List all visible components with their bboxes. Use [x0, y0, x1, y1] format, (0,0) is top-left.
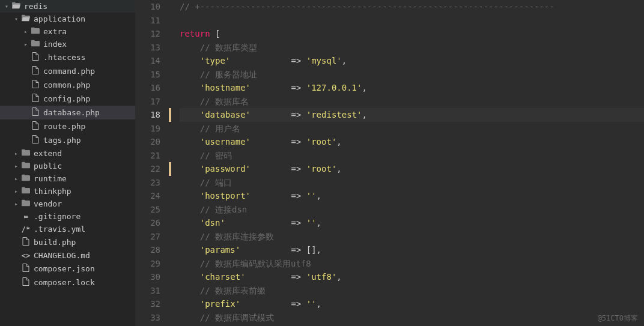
chevron-down-icon[interactable]: ▾	[12, 16, 20, 22]
code-line-31[interactable]: // 数据库表前缀	[180, 284, 644, 298]
file-composer-json[interactable]: composer.json	[0, 262, 135, 276]
code-line-27[interactable]: // 数据库连接参数	[180, 230, 644, 244]
code-line-22[interactable]: 'password' => 'root',	[180, 162, 644, 176]
folder-public[interactable]: ▸public	[0, 160, 135, 172]
file-build-php[interactable]: build.php	[0, 235, 135, 249]
code-line-16[interactable]: 'hostname' => '127.0.0.1',	[180, 81, 644, 95]
chevron-down-icon[interactable]: ▾	[2, 3, 11, 10]
watermark: @51CTO博客	[598, 313, 638, 324]
token-keyword: return	[180, 29, 210, 38]
file--htaccess[interactable]: .htaccess	[0, 50, 135, 64]
token-punct	[240, 299, 291, 309]
code-line-20[interactable]: 'username' => 'root',	[180, 135, 644, 149]
code-line-19[interactable]: // 用户名	[180, 122, 644, 136]
code-line-12[interactable]: return [	[180, 27, 644, 41]
token-punct	[225, 218, 291, 228]
chevron-right-icon[interactable]: ▸	[12, 188, 20, 195]
line-number: 14	[135, 54, 160, 68]
code-line-21[interactable]: // 密码	[180, 149, 644, 163]
line-number: 27	[135, 230, 160, 244]
code-line-11[interactable]	[180, 14, 644, 28]
file-icon	[30, 94, 41, 104]
folder-icon	[20, 199, 31, 208]
code-line-15[interactable]: // 服务器地址	[180, 68, 644, 82]
tree-item-label: CHANGELOG.md	[34, 251, 90, 260]
code-line-29[interactable]: // 数据库编码默认采用utf8	[180, 257, 644, 271]
folder-index[interactable]: ▸index	[0, 38, 135, 50]
chevron-right-icon[interactable]: ▸	[22, 41, 30, 47]
code-line-13[interactable]: // 数据库类型	[180, 41, 644, 55]
token-comment: // 连接dsn	[200, 205, 248, 214]
line-number: 13	[135, 41, 160, 55]
token-string: ''	[306, 218, 317, 228]
tree-item-label: extend	[34, 149, 62, 158]
token-punct	[180, 218, 200, 228]
chevron-right-icon[interactable]: ▸	[12, 163, 20, 169]
code-line-14[interactable]: 'type' => 'mysql',	[180, 54, 644, 68]
folder-extra[interactable]: ▸extra	[0, 25, 135, 38]
line-number: 32	[135, 297, 160, 311]
code-line-25[interactable]: // 连接dsn	[180, 203, 644, 217]
code-line-23[interactable]: // 端口	[180, 176, 644, 190]
file--travis-yml[interactable]: /*.travis.yml	[0, 223, 135, 235]
file-icon	[30, 52, 41, 62]
token-arrow-op: =>	[291, 272, 301, 282]
code-line-17[interactable]: // 数据库名	[180, 95, 644, 109]
file-explorer[interactable]: ▾redis▾application▸extra▸index.htaccessc…	[0, 0, 135, 326]
token-punct	[246, 272, 291, 282]
folder-extend[interactable]: ▸extend	[0, 147, 135, 160]
file-database-php[interactable]: database.php	[0, 106, 135, 119]
tree-item-label: .htaccess	[43, 53, 85, 62]
folder-open-icon	[11, 2, 22, 11]
token-punct	[180, 56, 200, 65]
code-line-28[interactable]: 'params' => [],	[180, 243, 644, 257]
token-arrow-op: =>	[291, 110, 301, 119]
token-comment: // 端口	[200, 178, 232, 187]
file-config-php[interactable]: config.php	[0, 92, 135, 106]
token-arrow-op: =>	[291, 299, 301, 309]
file-composer-lock[interactable]: composer.lock	[0, 276, 135, 289]
line-gutter: 1011121314151617181920212223242526272829…	[135, 0, 171, 326]
code-editor[interactable]: 1011121314151617181920212223242526272829…	[135, 0, 644, 326]
code-line-18[interactable]: 'database' => 'redistest',	[180, 108, 644, 122]
chevron-right-icon[interactable]: ▸	[12, 201, 20, 207]
token-punct	[180, 259, 200, 268]
file-route-php[interactable]: route.php	[0, 119, 135, 133]
code-line-24[interactable]: 'hostport' => '',	[180, 189, 644, 203]
folder-icon	[30, 27, 41, 36]
file-tags-php[interactable]: tags.php	[0, 133, 135, 147]
folder-application[interactable]: ▾application	[0, 13, 135, 25]
token-arrow-op: =>	[291, 56, 301, 65]
chevron-right-icon[interactable]: ▸	[12, 150, 20, 157]
code-line-33[interactable]: // 数据库调试模式	[180, 311, 644, 325]
token-string: 'charset'	[200, 272, 246, 282]
token-string: 'mysql'	[306, 56, 342, 65]
token-bracket: [	[215, 29, 220, 38]
chevron-right-icon[interactable]: ▸	[12, 175, 20, 182]
file-icon	[20, 237, 31, 247]
folder-runtime[interactable]: ▸runtime	[0, 172, 135, 185]
code-line-10[interactable]: // +------------------------------------…	[180, 0, 644, 14]
tree-item-label: composer.json	[34, 264, 95, 273]
folder-redis[interactable]: ▾redis	[0, 0, 135, 13]
code-line-32[interactable]: 'prefix' => '',	[180, 297, 644, 311]
file-command-php[interactable]: command.php	[0, 64, 135, 78]
code-area[interactable]: // +------------------------------------…	[171, 0, 644, 326]
folder-vendor[interactable]: ▸vendor	[0, 198, 135, 210]
token-punct	[301, 110, 306, 119]
token-string: 'params'	[200, 245, 240, 255]
token-comment: // +------------------------------------…	[180, 2, 554, 11]
code-line-30[interactable]: 'charset' => 'utf8',	[180, 270, 644, 284]
chevron-right-icon[interactable]: ▸	[22, 28, 30, 35]
file-common-php[interactable]: common.php	[0, 78, 135, 92]
file-icon	[30, 80, 41, 90]
file-icon	[20, 277, 31, 288]
file-CHANGELOG-md[interactable]: <>CHANGELOG.md	[0, 249, 135, 262]
tree-item-label: .gitignore	[34, 212, 80, 221]
folder-thinkphp[interactable]: ▸thinkphp	[0, 185, 135, 198]
token-punct: ,	[342, 56, 347, 65]
file--gitignore[interactable]: ≔.gitignore	[0, 210, 135, 223]
token-arrow-op: =>	[291, 245, 301, 255]
tree-item-label: runtime	[34, 174, 67, 183]
code-line-26[interactable]: 'dsn' => '',	[180, 216, 644, 230]
